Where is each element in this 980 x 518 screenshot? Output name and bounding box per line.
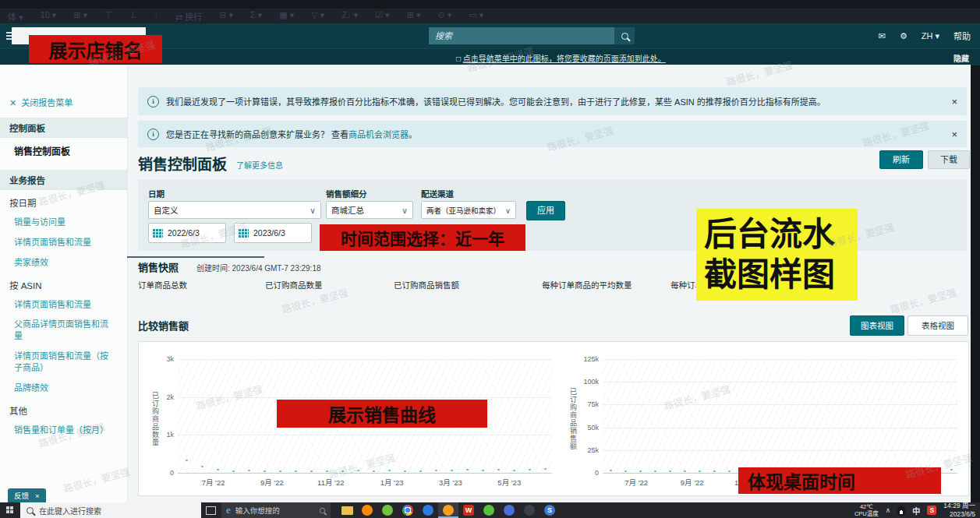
toolbar-glyph[interactable]: ⊞ ▾ bbox=[73, 10, 87, 23]
mail-icon[interactable]: ✉ bbox=[879, 31, 886, 41]
x-tick-label: 7月 '22 bbox=[624, 477, 648, 488]
data-point bbox=[639, 470, 642, 472]
taskbar-slot[interactable] bbox=[499, 502, 519, 518]
qq-icon[interactable] bbox=[897, 506, 905, 516]
search-input[interactable]: 搜索 bbox=[429, 27, 614, 44]
y-tick-label: 3k bbox=[153, 355, 174, 363]
apply-button[interactable]: 应用 bbox=[526, 201, 565, 220]
toolbar-glyph[interactable]: ▭ ▾ bbox=[469, 10, 483, 23]
sidebar-item-link[interactable]: 销量与访问量 bbox=[0, 212, 127, 232]
toolbar-glyph[interactable]: 10 ▾ bbox=[41, 10, 57, 23]
date-label: 日期 bbox=[148, 188, 165, 199]
taskbar-slot[interactable]: S bbox=[540, 502, 560, 518]
firefox-icon bbox=[362, 505, 373, 516]
data-point bbox=[435, 470, 437, 471]
calendar-icon bbox=[153, 228, 163, 238]
wechat-icon bbox=[483, 505, 494, 516]
chart-view-button[interactable]: 图表视图 bbox=[850, 315, 904, 336]
toolbar-glyph[interactable]: Z↓ ▾ bbox=[341, 10, 358, 23]
sidebar-item-link[interactable]: 详情页面销售和流量 bbox=[0, 232, 127, 252]
data-point bbox=[466, 469, 469, 470]
snapshot-column-header: 订单商品总数 bbox=[138, 279, 187, 291]
cpu-temperature[interactable]: 42℃CPU温度 bbox=[854, 503, 879, 518]
gridline bbox=[603, 428, 957, 428]
task-view-button[interactable] bbox=[201, 506, 220, 515]
gridline bbox=[178, 473, 552, 474]
sidebar-item-link[interactable]: 详情页面销售和流量（按子商品） bbox=[0, 346, 127, 378]
sidebar-item-link[interactable]: 品牌绩效 bbox=[0, 378, 127, 398]
hide-button[interactable]: 隐藏 bbox=[953, 52, 969, 64]
toolbar-glyph[interactable]: ☑ ▾ bbox=[375, 10, 389, 23]
toolbar-glyph[interactable]: 体 ▾ bbox=[8, 10, 23, 23]
close-icon[interactable]: × bbox=[951, 96, 957, 107]
taskbar-slot[interactable] bbox=[418, 502, 438, 518]
tray-expand-icon[interactable]: ∧ bbox=[886, 506, 891, 514]
toolbar-glyph[interactable]: ⊟ ▾ bbox=[219, 10, 233, 23]
data-point bbox=[699, 470, 701, 472]
taskbar-slot[interactable] bbox=[479, 502, 499, 518]
opportunity-explorer-link[interactable]: 商品机会浏览器 bbox=[348, 130, 409, 139]
toolbar-glyph[interactable]: ▽ ▾ bbox=[311, 10, 324, 23]
sidebar-item-link[interactable]: 销售量和订单量（按月） bbox=[0, 420, 127, 440]
sogou-input-icon[interactable]: S bbox=[927, 506, 936, 515]
sidebar-item-link[interactable]: 卖家绩效 bbox=[0, 252, 127, 273]
taskbar-clock[interactable]: 14:29 周一2023/6/5 bbox=[943, 502, 975, 518]
date-range-dropdown[interactable]: 自定义∨ bbox=[148, 201, 321, 219]
browser-search-widget[interactable]: e 输入你想搜的 bbox=[221, 502, 331, 518]
data-point bbox=[373, 470, 375, 472]
feedback-button[interactable]: 反馈× bbox=[8, 488, 46, 502]
y-tick-label: 0 bbox=[578, 469, 599, 477]
data-point bbox=[451, 470, 453, 471]
search-button[interactable] bbox=[614, 27, 635, 44]
taskbar-slot[interactable] bbox=[438, 502, 458, 518]
taskbar-slot[interactable] bbox=[337, 502, 357, 518]
data-point bbox=[264, 470, 266, 472]
data-point bbox=[404, 470, 406, 472]
breakdown-dropdown[interactable]: 商城汇总∨ bbox=[326, 201, 413, 219]
y-tick-label: 1k bbox=[153, 431, 174, 439]
toolbar-glyph[interactable]: ↓ bbox=[154, 10, 158, 23]
download-button[interactable]: 下载 bbox=[928, 150, 970, 169]
gridline bbox=[178, 359, 552, 360]
table-view-button[interactable]: 表格视图 bbox=[907, 315, 968, 336]
ime-indicator[interactable]: 中 bbox=[912, 505, 920, 516]
toolbar-glyph[interactable]: ⊥ bbox=[129, 10, 137, 23]
toolbar-glyph[interactable]: ⊞ ▾ bbox=[407, 10, 421, 23]
toolbar-glyph[interactable]: ⇄ 换行 bbox=[175, 10, 202, 23]
toolbar-glyph[interactable]: Σ ▾ bbox=[250, 10, 262, 23]
refresh-button[interactable]: 刷新 bbox=[879, 150, 923, 169]
taskbar-slot[interactable] bbox=[377, 502, 398, 518]
spreadsheet-toolbar: 体 ▾10 ▾⊞ ▾⊤⊥↓⇄ 换行⊟ ▾Σ ▾▦ ▾▽ ▾Z↓ ▾☑ ▾⊞ ▾⊙… bbox=[0, 0, 980, 23]
close-icon[interactable]: × bbox=[951, 129, 957, 140]
channel-dropdown[interactable]: 两者（亚马逊和卖家）∨ bbox=[421, 201, 516, 219]
data-point bbox=[388, 470, 391, 471]
annotation-store-name: 展示店铺名 bbox=[29, 35, 162, 63]
sidebar-item-active[interactable]: 销售控制面板 bbox=[0, 138, 127, 162]
sidebar-item-link[interactable]: 父商品详情页面销售和流量 bbox=[0, 314, 127, 346]
gear-icon[interactable]: ⚙ bbox=[900, 31, 907, 41]
taskbar-slot[interactable]: W bbox=[458, 502, 479, 518]
help-link[interactable]: 帮助 bbox=[953, 30, 971, 42]
data-point bbox=[295, 470, 297, 472]
search-icon bbox=[320, 507, 325, 513]
language-selector[interactable]: ZH ▾ bbox=[922, 31, 939, 41]
toolbar-glyph[interactable]: ▦ ▾ bbox=[279, 10, 294, 23]
taskbar-slot[interactable] bbox=[519, 502, 540, 518]
y-tick-label: 75k bbox=[578, 400, 599, 408]
close-report-menu[interactable]: ✕ 关闭报告菜单 bbox=[9, 96, 127, 108]
taskbar-slot[interactable] bbox=[357, 502, 377, 518]
data-point bbox=[419, 470, 422, 472]
y-tick-label: 125k bbox=[578, 355, 599, 363]
taskbar-slot[interactable] bbox=[398, 502, 418, 518]
learn-more-link[interactable]: 了解更多信息 bbox=[236, 159, 283, 171]
date-from-input[interactable]: 2022/6/3 bbox=[148, 223, 226, 243]
toolbar-glyph[interactable]: ⊤ bbox=[104, 10, 112, 23]
start-button[interactable] bbox=[0, 502, 20, 518]
date-to-input[interactable]: 2023/6/3 bbox=[234, 223, 312, 243]
taskbar-search-input[interactable]: 在此键入进行搜索 bbox=[20, 502, 201, 518]
data-point bbox=[610, 470, 612, 471]
toolbar-glyph[interactable]: ⊙ ▾ bbox=[437, 10, 451, 23]
sidebar-item-link[interactable]: 详情页面销售和流量 bbox=[0, 294, 127, 315]
y-tick-label: 50k bbox=[578, 424, 599, 432]
close-icon[interactable]: × bbox=[35, 492, 40, 500]
